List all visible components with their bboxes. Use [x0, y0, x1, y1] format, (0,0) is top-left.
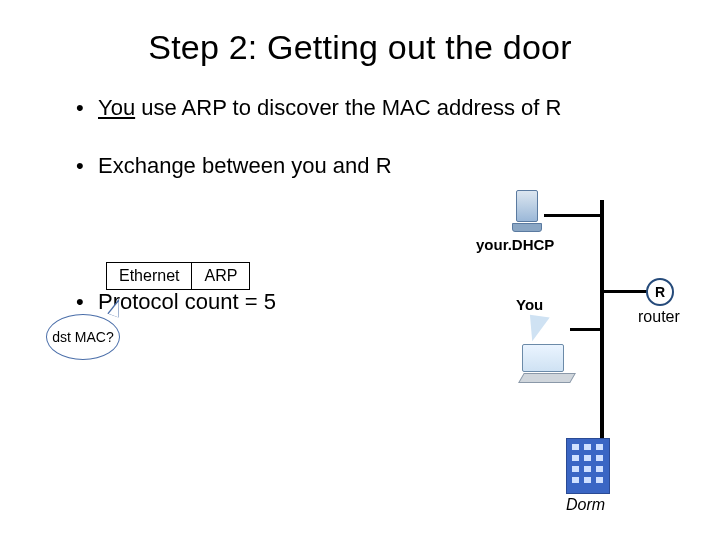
packet-frame: Ethernet ARP — [106, 262, 250, 290]
label-your-dhcp: your.DHCP — [476, 236, 554, 253]
label-router: router — [638, 308, 680, 326]
label-you: You — [516, 296, 543, 313]
router-tap — [602, 290, 648, 293]
router-node: R — [646, 278, 674, 306]
you-pointer — [526, 315, 549, 344]
bullet-2: Exchange between you and R — [76, 153, 720, 179]
network-diagram: your.DHCP You R router Dorm — [470, 190, 700, 520]
laptop-icon — [522, 344, 572, 382]
bullet-1-rest: use ARP to discover the MAC address of R — [135, 95, 561, 120]
dorm-building-icon — [566, 438, 610, 494]
bullet-1-you: You — [98, 95, 135, 120]
server-tap — [544, 214, 602, 217]
pkt-ethernet: Ethernet — [106, 262, 192, 290]
pkt-arp: ARP — [192, 262, 250, 290]
you-tap — [570, 328, 602, 331]
label-dorm: Dorm — [566, 496, 605, 514]
callout-dst-mac: dst MAC? — [46, 314, 120, 360]
server-icon — [516, 190, 542, 234]
slide-title: Step 2: Getting out the door — [0, 28, 720, 67]
bullet-1: You use ARP to discover the MAC address … — [76, 95, 720, 121]
